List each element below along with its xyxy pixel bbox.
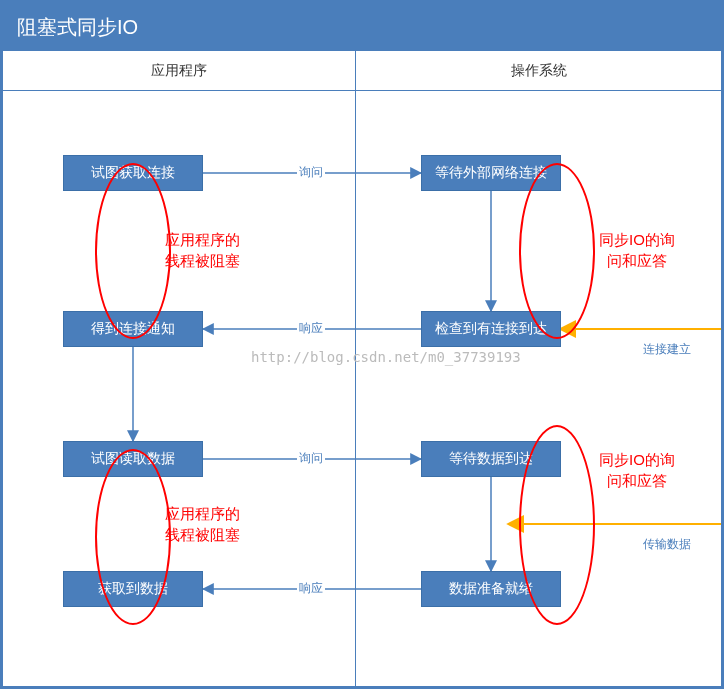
diagram-canvas: 试图获取连接 得到连接通知 试图读取数据 获取到数据 等待外部网络连接 检查到有…: [3, 91, 721, 686]
col-header-os: 操作系统: [356, 51, 721, 91]
annot-sync-io-1: 同步IO的询 问和应答: [599, 229, 675, 271]
ellipse-app-block-1: [95, 163, 171, 339]
title-bar: 阻塞式同步IO: [3, 3, 721, 51]
edge-label-ask2: 询问: [297, 450, 325, 467]
edge-label-resp1: 响应: [297, 320, 325, 337]
col-divider-body: [355, 91, 356, 686]
ellipse-sync-io-1: [519, 163, 595, 339]
ext-label-data: 传输数据: [643, 536, 691, 553]
annot-app-block-1: 应用程序的 线程被阻塞: [165, 229, 240, 271]
edge-label-resp2: 响应: [297, 580, 325, 597]
ellipse-app-block-2: [95, 449, 171, 625]
column-headers: 应用程序 操作系统: [3, 51, 721, 91]
annot-sync-io-2: 同步IO的询 问和应答: [599, 449, 675, 491]
watermark: http://blog.csdn.net/m0_37739193: [251, 349, 521, 365]
col-header-app: 应用程序: [3, 51, 355, 91]
diagram-frame: 阻塞式同步IO 应用程序 操作系统: [0, 0, 724, 689]
edge-label-ask1: 询问: [297, 164, 325, 181]
annot-app-block-2: 应用程序的 线程被阻塞: [165, 503, 240, 545]
diagram-title: 阻塞式同步IO: [17, 14, 138, 41]
ellipse-sync-io-2: [519, 425, 595, 625]
ext-label-conn: 连接建立: [643, 341, 691, 358]
